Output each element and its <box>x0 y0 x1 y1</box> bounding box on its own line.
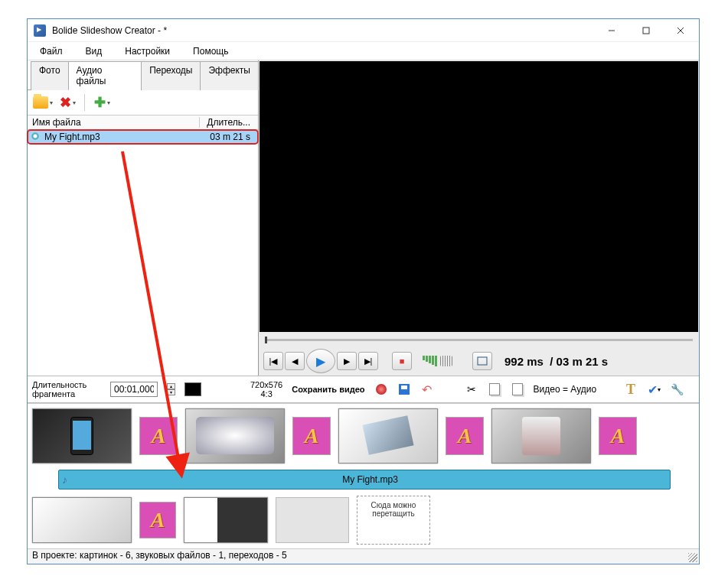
media-toolbar: ▾ ✖▾ ✚▾ <box>28 90 258 115</box>
stop-button[interactable]: ■ <box>392 352 412 370</box>
last-frame-button[interactable]: ▶| <box>358 352 378 370</box>
menu-help[interactable]: Помощь <box>188 44 233 58</box>
transition-4[interactable]: A <box>599 417 637 455</box>
minimize-button[interactable] <box>594 19 628 41</box>
save-video-button[interactable]: Сохранить видео <box>292 385 364 394</box>
menubar: Файл Вид Настройки Помощь <box>28 42 699 60</box>
fragment-duration-input[interactable] <box>110 382 158 397</box>
list-header: Имя файла Длитель... <box>28 115 258 130</box>
playback-controls: |◀ ◀ ▶ ▶ ▶| ■ 992 ms / 03 m 21 s <box>259 346 699 376</box>
timeline: A A A A ♪ My Fight.mp3 A Сюда можно пере… <box>28 403 699 559</box>
paste-button[interactable] <box>511 382 524 396</box>
timeline-slide-2[interactable] <box>185 408 285 464</box>
time-display: 992 ms / 03 m 21 s <box>504 355 608 368</box>
floppy-icon <box>399 384 410 395</box>
fragment-duration-label: Длительность фрагмента <box>32 380 101 398</box>
duration-spinner[interactable]: ▴▾ <box>167 383 175 395</box>
app-icon <box>34 24 46 37</box>
x-icon: ✖ <box>60 94 71 111</box>
col-duration[interactable]: Длитель... <box>200 117 253 128</box>
audio-clip-name: My Fight.mp3 <box>70 474 670 485</box>
volume-slider[interactable] <box>440 356 452 366</box>
media-panel: Фото Аудио файлы Переходы Эффекты ▾ ✖▾ ✚… <box>28 60 259 376</box>
time-total: / 03 m 21 s <box>550 355 608 368</box>
wrench-icon: 🔧 <box>671 383 684 395</box>
copy-icon <box>489 383 500 395</box>
transition-3[interactable]: A <box>446 417 484 455</box>
timeline-slide-6[interactable] <box>184 497 268 543</box>
music-note-icon: ♪ <box>62 473 67 486</box>
background-color-picker[interactable] <box>184 382 201 396</box>
menu-view[interactable]: Вид <box>81 44 107 58</box>
tab-photo[interactable]: Фото <box>31 61 69 90</box>
preview-video <box>260 61 698 332</box>
text-button[interactable]: T <box>624 382 638 396</box>
status-text: В проекте: картинок - 6, звуковых файлов… <box>32 550 287 561</box>
plus-icon: ✚ <box>94 94 106 111</box>
dimensions-label[interactable]: 720x5764:3 <box>250 380 282 398</box>
timeline-toolbar: Длительность фрагмента ▴▾ 720x5764:3 Сох… <box>28 376 699 403</box>
undo-button[interactable]: ↶ <box>420 382 434 396</box>
video-track[interactable]: A A A A <box>28 404 699 468</box>
audio-duration: 03 m 21 s <box>210 132 255 142</box>
timeline-slide-4[interactable] <box>491 408 591 464</box>
status-bar: В проекте: картинок - 6, звуковых файлов… <box>28 548 699 564</box>
tab-audio[interactable]: Аудио файлы <box>68 61 142 90</box>
timeline-slide-3[interactable] <box>338 408 438 464</box>
timeline-slide-1[interactable] <box>32 408 132 464</box>
copy-button[interactable] <box>488 382 501 396</box>
window-title: Bolide Slideshow Creator - * <box>52 25 594 36</box>
audio-list: My Fight.mp3 03 m 21 s <box>28 130 258 376</box>
time-position: 992 ms <box>504 355 544 368</box>
empty-slot[interactable] <box>276 497 349 543</box>
media-tabs: Фото Аудио файлы Переходы Эффекты <box>28 60 258 90</box>
tab-transitions[interactable]: Переходы <box>141 61 201 90</box>
cut-button[interactable] <box>465 382 478 396</box>
audio-list-item[interactable]: My Fight.mp3 03 m 21 s <box>28 130 258 144</box>
add-button[interactable]: ✚▾ <box>91 93 113 112</box>
svg-rect-1 <box>643 28 649 34</box>
volume-meter[interactable] <box>423 356 437 366</box>
menu-settings[interactable]: Настройки <box>120 44 175 58</box>
audio-track-clip[interactable]: ♪ My Fight.mp3 <box>58 470 671 490</box>
fullscreen-button[interactable] <box>472 352 492 370</box>
apply-button[interactable]: ✔▾ <box>647 382 661 396</box>
next-button[interactable]: ▶ <box>337 352 357 370</box>
play-button[interactable]: ▶ <box>306 349 335 373</box>
timeline-slide-5[interactable] <box>32 497 132 543</box>
tab-effects[interactable]: Эффекты <box>200 61 259 90</box>
transition-2[interactable]: A <box>292 417 331 455</box>
separator <box>84 94 85 111</box>
delete-button[interactable]: ✖▾ <box>57 93 78 112</box>
tools-button[interactable]: 🔧 <box>670 382 684 396</box>
open-folder-button[interactable]: ▾ <box>32 93 54 112</box>
video-track-2[interactable]: A Сюда можно перетащить <box>28 496 699 545</box>
record-icon <box>376 384 387 395</box>
folder-icon <box>33 96 48 109</box>
transition-5[interactable]: A <box>139 502 176 538</box>
audio-filename: My Fight.mp3 <box>44 132 210 142</box>
titlebar: Bolide Slideshow Creator - * <box>28 19 699 42</box>
seek-bar[interactable] <box>259 333 699 346</box>
undo-icon: ↶ <box>422 382 432 397</box>
audio-file-icon <box>31 132 41 142</box>
menu-file[interactable]: Файл <box>35 44 67 58</box>
transition-1[interactable]: A <box>139 417 178 455</box>
first-frame-button[interactable]: |◀ <box>263 352 283 370</box>
resize-grip[interactable] <box>688 553 697 562</box>
video-audio-label[interactable]: Видео = Аудио <box>534 384 597 395</box>
drop-target[interactable]: Сюда можно перетащить <box>357 496 430 545</box>
preview-panel: |◀ ◀ ▶ ▶ ▶| ■ 992 ms / 03 m 21 s <box>259 60 699 376</box>
record-button[interactable] <box>374 382 388 396</box>
col-filename[interactable]: Имя файла <box>32 117 200 128</box>
check-icon: ✔ <box>648 382 658 397</box>
app-window: Bolide Slideshow Creator - * Файл Вид На… <box>27 18 700 564</box>
svg-rect-4 <box>478 357 487 365</box>
save-button[interactable] <box>397 382 411 396</box>
paste-icon <box>512 383 523 395</box>
prev-button[interactable]: ◀ <box>285 352 305 370</box>
text-icon: T <box>626 382 635 398</box>
maximize-button[interactable] <box>628 19 663 41</box>
close-button[interactable] <box>663 19 697 41</box>
